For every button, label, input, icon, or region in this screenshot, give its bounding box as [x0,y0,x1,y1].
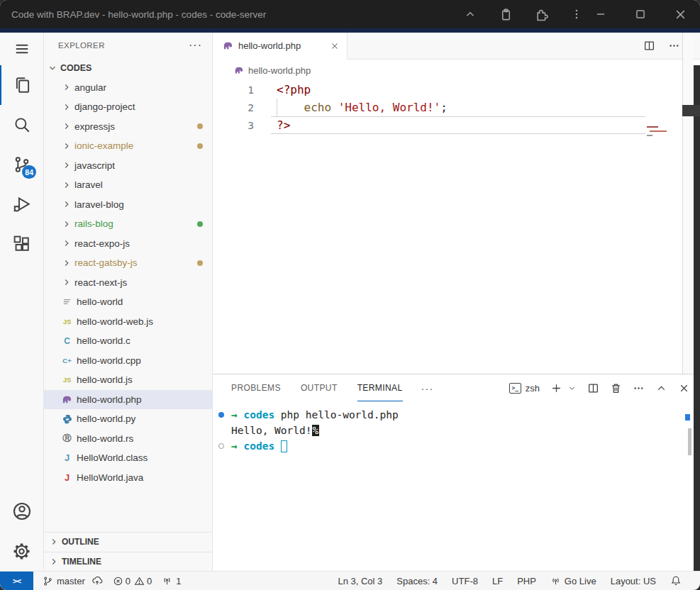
editor-tab-bar: hello-world.php [213,33,700,60]
tab-output[interactable]: OUTPUT [301,374,338,401]
settings-button[interactable] [0,531,43,571]
remote-indicator[interactable]: >< [0,572,33,590]
panel-header: PROBLEMS OUTPUT TERMINAL ··· >_ zsh [213,374,700,401]
sidebar-item-explorer[interactable] [0,65,43,105]
sidebar-item-extensions[interactable] [0,224,43,264]
browser-menu-kebab-icon[interactable] [570,7,584,21]
cursor-position-status[interactable]: Ln 3, Col 3 [330,576,389,586]
panel-more-actions-icon[interactable] [633,382,645,394]
git-added-dot [197,221,203,227]
tree-root-codes[interactable]: CODES [44,58,212,78]
minimize-icon[interactable] [594,7,608,21]
zsh-partial-line-mark: % [312,425,320,436]
browser-scrollbar[interactable] [694,65,700,590]
go-live-button[interactable]: Go Live [543,576,604,586]
menu-button[interactable] [0,33,43,65]
tree-folder-react-expo-js[interactable]: react-expo-js [44,234,212,254]
clipboard-icon[interactable] [499,7,513,21]
split-editor-icon[interactable] [643,40,655,52]
tree-file-hello-world-cpp[interactable]: C+hello-world.cpp [44,351,212,371]
tab-problems[interactable]: PROBLEMS [231,374,281,401]
tree-folder-laravel-blog[interactable]: laravel-blog [44,195,212,215]
php-elephant-icon [234,65,244,75]
split-terminal-icon[interactable] [587,382,599,394]
tree-folder-javascript[interactable]: javascript [44,156,212,176]
tree-folder-laravel[interactable]: laravel [44,175,212,195]
shell-picker[interactable]: >_ zsh [509,383,540,394]
chevron-right-icon [61,257,72,269]
bottom-panel: PROBLEMS OUTPUT TERMINAL ··· >_ zsh [213,374,700,571]
maximize-icon[interactable] [633,7,648,21]
terminal-output[interactable]: → codes php hello-world.php Hello, World… [213,401,700,571]
problems-status[interactable]: 0 0 [108,572,157,590]
maximize-panel-icon[interactable] [655,382,667,394]
encoding-status[interactable]: UTF-8 [445,576,485,586]
tree-file-hello-world-php[interactable]: hello-world.php [44,390,212,410]
chevron-right-icon [61,277,72,288]
chevron-right-icon [61,82,72,93]
tree-folder-react-next-js[interactable]: react-next-js [44,273,212,293]
minimap[interactable] [645,121,682,206]
notifications-bell[interactable] [663,575,689,586]
eol-status[interactable]: LF [485,576,510,586]
terminal-output-line: Hello, World!% [213,423,700,438]
publish-cloud-icon [91,575,103,586]
keyboard-layout-status[interactable]: Layout: US [604,576,663,586]
tree-file-hello-world-web-js[interactable]: JShello-world-web.js [44,312,212,332]
tree-folder-react-gatsby-js[interactable]: react-gatsby-js [44,253,212,273]
sidebar-item-search[interactable] [0,105,43,145]
language-mode-status[interactable]: PHP [510,576,543,586]
command-success-decoration[interactable] [218,412,224,418]
php-elephant-icon [61,394,73,405]
tree-folder-django-project[interactable]: django-project [44,97,212,117]
terminal-scrollbar-thumb[interactable] [688,428,691,455]
tab-hello-world-php[interactable]: hello-world.php [213,33,348,60]
tree-file-hello-world-js[interactable]: JShello-world.js [44,370,212,390]
code-editor[interactable]: 1 <?php 2 echo 'Hello, World!'; 3 ?> [213,81,700,374]
indentation-status[interactable]: Spaces: 4 [389,576,445,586]
kill-terminal-trash-icon[interactable] [610,382,622,394]
tab-close-icon[interactable] [330,41,340,51]
close-icon[interactable] [673,7,687,21]
terminal-dropdown-chevron-icon[interactable] [567,384,577,393]
js-file-icon: JS [61,316,73,327]
tree-file-hello-world-py[interactable]: hello-world.py [44,409,212,429]
account-button[interactable] [0,491,43,531]
chevron-down-icon [47,62,58,74]
new-terminal-icon[interactable] [550,382,562,394]
tree-folder-ionic-example[interactable]: ionic-example [44,136,212,156]
outline-section[interactable]: OUTLINE [44,532,212,552]
sidebar-item-run-debug[interactable] [0,184,43,224]
ports-status[interactable]: 1 [157,572,186,590]
search-icon [13,116,31,134]
tree-folder-expressjs[interactable]: expressjs [44,117,212,137]
breadcrumb[interactable]: hello-world.php [213,60,700,81]
js-file-icon: JS [61,374,73,386]
sidebar-more-actions[interactable]: ··· [189,39,202,52]
editor-more-actions-icon[interactable] [668,40,680,52]
tree-folder-angular[interactable]: angular [44,78,212,98]
tree-folder-rails-blog[interactable]: rails-blog [44,214,212,234]
editor-scrollbar-track[interactable] [682,33,694,374]
tree-file-helloworld-java[interactable]: JHelloWorld.java [44,468,212,488]
extensions-puzzle-icon[interactable] [534,7,548,21]
tree-file-hello-world-c[interactable]: Chello-world.c [44,331,212,351]
tab-terminal[interactable]: TERMINAL [357,374,403,401]
tree-file-helloworld-class[interactable]: JHelloWorld.class [44,448,212,468]
close-panel-icon[interactable] [678,382,690,394]
terminal-command: php hello-world.php [274,409,399,421]
broadcast-icon [550,576,561,586]
timeline-section[interactable]: TIMELINE [44,552,212,572]
tree-file-hello-world[interactable]: hello-world [44,292,212,312]
account-icon [12,501,32,521]
chevron-up-icon[interactable] [463,7,477,21]
warning-icon [134,576,145,586]
git-modified-dot [197,143,203,149]
scm-badge: 84 [22,165,36,179]
panel-tabs-more-icon[interactable]: ··· [421,382,434,394]
tree-file-hello-world-rs[interactable]: Ⓡhello-world.rs [44,429,212,449]
browser-window: Code with BRAP.dev - hello-world.php - c… [0,0,700,590]
branch-status[interactable]: master [38,572,108,590]
sidebar-item-source-control[interactable]: 84 [0,145,43,184]
editor-scrollbar-thumb[interactable] [682,105,700,116]
